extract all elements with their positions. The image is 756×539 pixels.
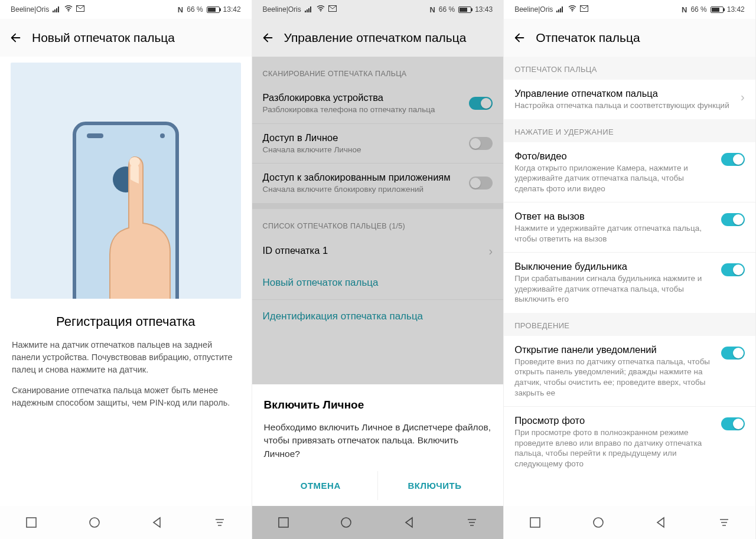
row-sub: Нажмите и удерживайте датчик отпечатка п…	[514, 223, 714, 244]
section-press-hold: НАЖАТИЕ И УДЕРЖАНИЕ	[504, 119, 755, 142]
back-button[interactable]	[260, 30, 276, 45]
fingerprint-illustration	[11, 63, 241, 299]
signal-icon	[53, 6, 61, 12]
row-sub: При срабатывании сигнала будильника нажм…	[514, 273, 714, 305]
status-bar: Beeline|Oris N 66 % 13:43	[252, 0, 504, 19]
page-title: Отпечаток пальца	[536, 31, 640, 45]
nav-bar	[504, 506, 755, 539]
enroll-desc-1: Нажмите на датчик отпечатков пальцев на …	[0, 339, 252, 376]
battery-pct: 66 %	[690, 5, 706, 14]
battery-icon	[711, 6, 724, 13]
battery-icon	[207, 6, 220, 13]
section-swipe: ПРОВЕДЕНИЕ	[504, 313, 755, 336]
svg-point-9	[572, 11, 573, 12]
battery-pct: 66 %	[439, 5, 455, 14]
enroll-title: Регистрация отпечатка	[11, 314, 241, 329]
svg-rect-3	[27, 518, 36, 527]
row-sub: Проведите вниз по датчику отпечатка паль…	[514, 357, 714, 398]
header: Управление отпечатком пальца	[252, 19, 504, 57]
svg-point-2	[129, 157, 140, 166]
svg-point-0	[68, 11, 69, 12]
back-button[interactable]	[512, 30, 527, 45]
toggle-browse-photos[interactable]	[721, 417, 745, 430]
mail-icon	[328, 5, 337, 14]
chevron-right-icon: ›	[741, 90, 745, 104]
back-button[interactable]	[8, 30, 24, 45]
wifi-icon	[64, 5, 73, 14]
nav-menu[interactable]	[213, 516, 226, 529]
nav-home[interactable]	[88, 516, 101, 529]
page-title: Новый отпечаток пальца	[32, 31, 175, 45]
clock: 13:43	[475, 5, 493, 14]
nfc-icon: N	[178, 5, 183, 14]
svg-point-4	[90, 518, 99, 527]
clock: 13:42	[223, 5, 241, 14]
header: Отпечаток пальца	[504, 19, 755, 57]
wifi-icon	[568, 5, 576, 14]
row-title: Открытие панели уведомлений	[514, 344, 714, 355]
row-answer-call[interactable]: Ответ на вызов Нажмите и удерживайте дат…	[504, 202, 755, 252]
row-sub: Когда открыто приложение Камера, нажмите…	[514, 163, 714, 194]
carrier-label: Beeline|Oris	[11, 5, 49, 14]
nfc-icon: N	[429, 5, 435, 14]
mail-icon	[76, 5, 84, 14]
svg-point-5	[320, 11, 321, 12]
nav-home[interactable]	[592, 516, 605, 529]
header: Новый отпечаток пальца	[0, 19, 252, 57]
row-sub: Настройка отпечатка пальца и соответству…	[514, 100, 736, 111]
row-sub: При просмотре фото в полноэкранном режим…	[514, 427, 714, 469]
signal-icon	[305, 6, 313, 12]
hand-icon	[82, 151, 188, 299]
row-stop-alarm[interactable]: Выключение будильника При срабатывании с…	[504, 252, 755, 313]
row-manage-fingerprint[interactable]: Управление отпечатком пальца Настройка о…	[504, 80, 755, 119]
signal-icon	[556, 6, 565, 12]
row-notification-panel[interactable]: Открытие панели уведомлений Проведите вн…	[504, 336, 755, 406]
svg-point-12	[594, 518, 603, 527]
dialog-title: Включить Личное	[264, 398, 492, 411]
dialog-cancel-button[interactable]: ОТМЕНА	[264, 471, 377, 500]
row-title: Фото/видео	[514, 151, 714, 162]
wifi-icon	[317, 5, 325, 14]
battery-pct: 66 %	[187, 5, 203, 14]
status-bar: Beeline|Oris N 66 % 13:42	[504, 0, 755, 19]
nav-back[interactable]	[151, 516, 164, 529]
toggle-answer-call[interactable]	[721, 213, 745, 226]
row-title: Управление отпечатком пальца	[514, 88, 736, 99]
carrier-label: Beeline|Oris	[263, 5, 301, 14]
row-title: Просмотр фото	[514, 415, 714, 426]
carrier-label: Beeline|Oris	[514, 5, 553, 14]
row-browse-photos[interactable]: Просмотр фото При просмотре фото в полно…	[504, 406, 755, 477]
nav-recent[interactable]	[529, 516, 542, 529]
toggle-stop-alarm[interactable]	[721, 263, 745, 276]
svg-rect-11	[530, 518, 540, 527]
row-title: Ответ на вызов	[514, 211, 714, 222]
nfc-icon: N	[682, 5, 687, 14]
toggle-notification-panel[interactable]	[721, 347, 745, 360]
enroll-desc-2: Сканирование отпечатка пальца может быть…	[0, 384, 252, 409]
nav-recent[interactable]	[25, 516, 38, 529]
mail-icon	[580, 5, 588, 14]
clock: 13:42	[727, 5, 745, 14]
nav-back[interactable]	[654, 516, 667, 529]
dialog-enable-private: Включить Личное Необходимо включить Личн…	[252, 384, 504, 506]
page-title: Управление отпечатком пальца	[284, 31, 467, 45]
nav-bar	[0, 506, 252, 539]
row-photo-video[interactable]: Фото/видео Когда открыто приложение Каме…	[504, 142, 755, 202]
dialog-enable-button[interactable]: ВКЛЮЧИТЬ	[377, 471, 491, 500]
toggle-photo-video[interactable]	[721, 153, 745, 166]
section-fingerprint: ОТПЕЧАТОК ПАЛЬЦА	[504, 57, 755, 80]
battery-icon	[458, 6, 471, 13]
row-title: Выключение будильника	[514, 261, 714, 272]
status-bar: Beeline|Oris N 66 % 13:42	[0, 0, 252, 19]
nav-menu[interactable]	[718, 516, 731, 529]
dialog-body: Необходимо включить Личное в Диспетчере …	[264, 421, 492, 460]
